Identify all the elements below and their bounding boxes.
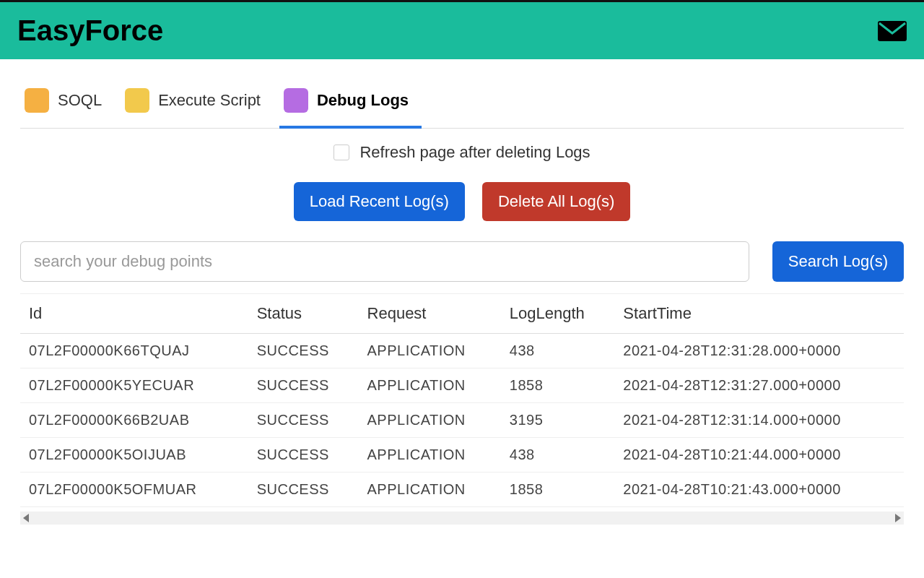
col-id[interactable]: Id — [20, 294, 248, 334]
tab-label: Debug Logs — [317, 91, 409, 110]
col-status[interactable]: Status — [248, 294, 359, 334]
search-row: Search Log(s) — [20, 241, 904, 282]
tab-label: Execute Script — [158, 91, 261, 110]
cell-request: APPLICATION — [359, 438, 501, 473]
cell-request: APPLICATION — [359, 334, 501, 368]
cell-status: SUCCESS — [248, 473, 359, 507]
tab-bar: SOQL Execute Script Debug Logs — [20, 81, 904, 129]
search-logs-button[interactable]: Search Log(s) — [772, 241, 904, 282]
checkbox-icon[interactable] — [334, 144, 349, 160]
tab-chip-icon — [284, 88, 308, 113]
refresh-checkbox-label: Refresh page after deleting Logs — [359, 143, 590, 162]
cell-status: SUCCESS — [248, 334, 359, 368]
col-request[interactable]: Request — [359, 294, 501, 334]
cell-status: SUCCESS — [248, 368, 359, 403]
delete-all-logs-button[interactable]: Delete All Log(s) — [482, 182, 630, 221]
table-row[interactable]: 07L2F00000K5OFMUARSUCCESSAPPLICATION1858… — [20, 473, 904, 507]
tab-chip-icon — [25, 88, 49, 113]
table-row[interactable]: 07L2F00000K5YECUARSUCCESSAPPLICATION1858… — [20, 368, 904, 403]
cell-length: 1858 — [501, 473, 615, 507]
cell-start: 2021-04-28T12:31:27.000+0000 — [614, 368, 904, 403]
search-input[interactable] — [20, 241, 749, 282]
horizontal-scrollbar[interactable] — [20, 512, 904, 525]
cell-request: APPLICATION — [359, 473, 501, 507]
cell-request: APPLICATION — [359, 403, 501, 438]
app-header: EasyForce — [0, 0, 924, 59]
cell-length: 438 — [501, 334, 615, 368]
cell-id: 07L2F00000K5OFMUAR — [20, 473, 248, 507]
controls: Refresh page after deleting Logs Load Re… — [20, 143, 904, 221]
col-loglength[interactable]: LogLength — [501, 294, 615, 334]
logs-table: Id Status Request LogLength StartTime 07… — [20, 294, 904, 507]
tab-debug-logs[interactable]: Debug Logs — [279, 81, 422, 129]
refresh-checkbox-row[interactable]: Refresh page after deleting Logs — [334, 143, 590, 162]
table-wrap[interactable]: Id Status Request LogLength StartTime 07… — [20, 293, 904, 507]
cell-start: 2021-04-28T10:21:44.000+0000 — [614, 438, 904, 473]
col-starttime[interactable]: StartTime — [614, 294, 904, 334]
tab-execute-script[interactable]: Execute Script — [121, 81, 274, 129]
cell-id: 07L2F00000K66B2UAB — [20, 403, 248, 438]
main-content: SOQL Execute Script Debug Logs Refresh p… — [0, 59, 924, 525]
cell-length: 3195 — [501, 403, 615, 438]
cell-length: 438 — [501, 438, 615, 473]
cell-id: 07L2F00000K5YECUAR — [20, 368, 248, 403]
tab-label: SOQL — [58, 91, 102, 110]
svg-rect-0 — [878, 21, 907, 41]
cell-status: SUCCESS — [248, 403, 359, 438]
cell-id: 07L2F00000K66TQUAJ — [20, 334, 248, 368]
mail-icon[interactable] — [878, 21, 907, 41]
table-row[interactable]: 07L2F00000K66B2UABSUCCESSAPPLICATION3195… — [20, 403, 904, 438]
cell-start: 2021-04-28T12:31:28.000+0000 — [614, 334, 904, 368]
tab-soql[interactable]: SOQL — [20, 81, 115, 129]
cell-request: APPLICATION — [359, 368, 501, 403]
brand-title: EasyForce — [17, 14, 163, 47]
table-row[interactable]: 07L2F00000K66TQUAJSUCCESSAPPLICATION4382… — [20, 334, 904, 368]
cell-status: SUCCESS — [248, 438, 359, 473]
table-row[interactable]: 07L2F00000K5OIJUABSUCCESSAPPLICATION4382… — [20, 438, 904, 473]
table-scroll-pane: Id Status Request LogLength StartTime 07… — [20, 293, 904, 525]
table-header-row: Id Status Request LogLength StartTime — [20, 294, 904, 334]
load-recent-logs-button[interactable]: Load Recent Log(s) — [294, 182, 465, 221]
cell-length: 1858 — [501, 368, 615, 403]
cell-start: 2021-04-28T12:31:14.000+0000 — [614, 403, 904, 438]
cell-start: 2021-04-28T10:21:43.000+0000 — [614, 473, 904, 507]
tab-chip-icon — [125, 88, 149, 113]
cell-id: 07L2F00000K5OIJUAB — [20, 438, 248, 473]
action-button-row: Load Recent Log(s) Delete All Log(s) — [294, 182, 631, 221]
